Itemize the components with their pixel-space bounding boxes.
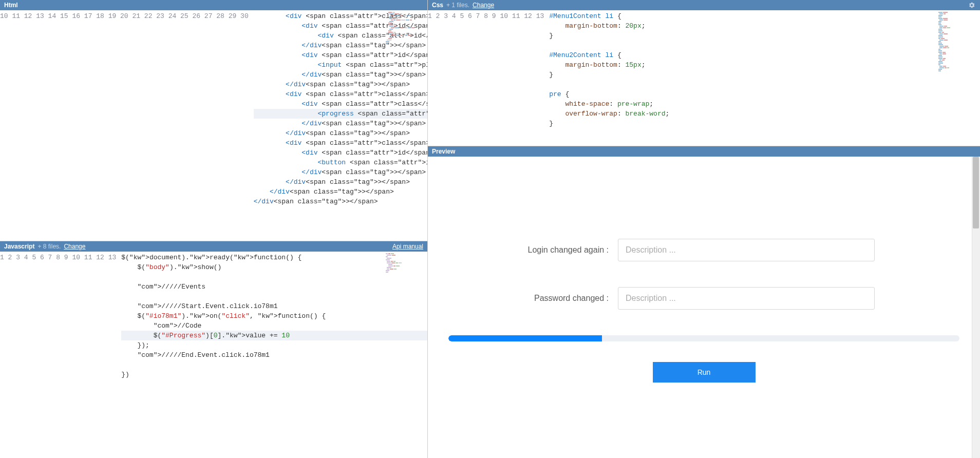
login-row: Login changed again : bbox=[448, 239, 959, 261]
css-panel-title: Css bbox=[432, 2, 443, 9]
password-label: Password changed : bbox=[448, 294, 618, 303]
js-gutter: 1 2 3 4 5 6 7 8 9 10 11 12 13 bbox=[0, 252, 119, 458]
login-input[interactable] bbox=[618, 239, 875, 261]
css-panel-header: Css + 1 files. Change bbox=[428, 0, 980, 10]
gear-icon[interactable] bbox=[968, 1, 976, 9]
js-panel-header: Javascript + 8 files. Change Api manual bbox=[0, 241, 427, 252]
preview-panel-title: Preview bbox=[432, 148, 455, 155]
html-panel-title: Html bbox=[4, 2, 18, 9]
html-panel-header: Html bbox=[0, 0, 427, 10]
login-label: Login changed again : bbox=[448, 245, 618, 255]
js-panel-title: Javascript bbox=[4, 243, 34, 250]
progress-bar bbox=[448, 335, 959, 341]
js-files-note: + 8 files. bbox=[37, 243, 61, 250]
preview-body: Login changed again : Password changed :… bbox=[428, 157, 980, 458]
preview-scroll-thumb[interactable] bbox=[973, 157, 979, 228]
css-code[interactable]: #Menu1Content li { margin-bottom: 20px;}… bbox=[547, 10, 980, 146]
html-editor[interactable]: 10 11 12 13 14 15 16 17 18 19 20 21 22 2… bbox=[0, 10, 427, 241]
preview-panel-header: Preview bbox=[428, 146, 980, 157]
css-change-link[interactable]: Change bbox=[473, 2, 494, 9]
css-panel: Css + 1 files. Change 1 2 3 4 5 6 7 8 9 … bbox=[428, 0, 980, 146]
password-input[interactable] bbox=[618, 287, 875, 310]
password-row: Password changed : bbox=[448, 287, 959, 310]
progress-fill bbox=[448, 335, 602, 341]
preview-scrollbar[interactable] bbox=[972, 157, 980, 458]
run-button[interactable]: Run bbox=[653, 362, 756, 383]
css-gutter: 1 2 3 4 5 6 7 8 9 10 11 12 13 bbox=[428, 10, 547, 146]
api-manual-link[interactable]: Api manual bbox=[392, 243, 423, 250]
js-editor[interactable]: 1 2 3 4 5 6 7 8 9 10 11 12 13 $("kw">doc… bbox=[0, 252, 427, 458]
css-files-note: + 1 files. bbox=[446, 2, 469, 9]
preview-panel: Preview Login changed again : Password c… bbox=[428, 146, 980, 458]
js-code[interactable]: $("kw">document)."kw">ready("kw">functio… bbox=[119, 252, 427, 458]
css-editor[interactable]: 1 2 3 4 5 6 7 8 9 10 11 12 13 #Menu1Cont… bbox=[428, 10, 980, 146]
html-code[interactable]: <div <span class="attr">class</span>=<sp… bbox=[252, 10, 427, 241]
js-change-link[interactable]: Change bbox=[64, 243, 85, 250]
html-gutter: 10 11 12 13 14 15 16 17 18 19 20 21 22 2… bbox=[0, 10, 252, 241]
html-panel: Html 10 11 12 13 14 15 16 17 18 19 20 21… bbox=[0, 0, 428, 241]
js-panel: Javascript + 8 files. Change Api manual … bbox=[0, 241, 428, 458]
